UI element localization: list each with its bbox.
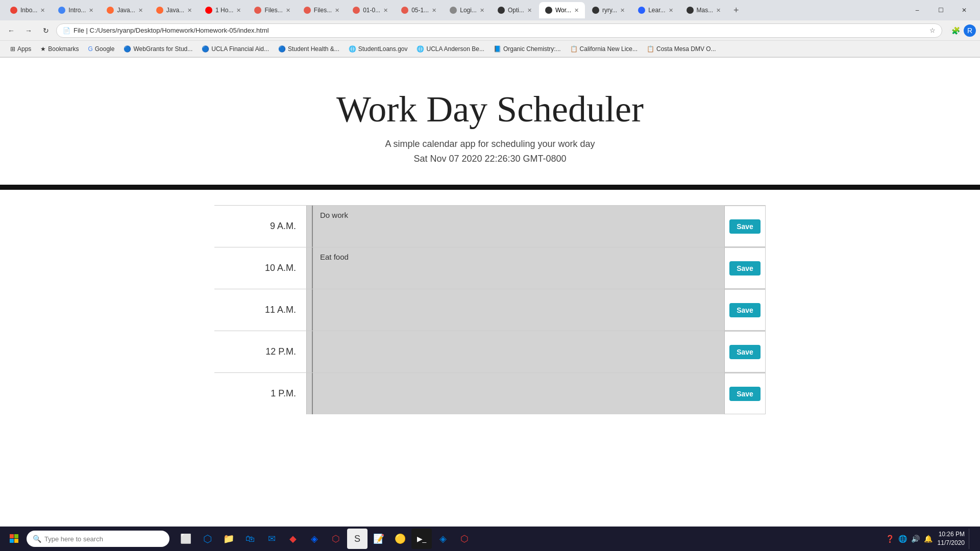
chrome-taskbar-icon[interactable]: 🟡 (390, 529, 410, 549)
tab-05[interactable]: 05-1... ✕ (395, 2, 443, 18)
bookmark-organic-chem[interactable]: 📘 Organic Chemistry:... (489, 44, 565, 54)
bookmark-webgrants[interactable]: 🔵 WebGrants for Stud... (119, 44, 197, 54)
bookmark-ucla-anderson[interactable]: 🌐 UCLA Anderson Be... (412, 44, 488, 54)
tab-close-ryry[interactable]: ✕ (620, 7, 625, 14)
tab-mas[interactable]: Mas... ✕ (680, 2, 727, 18)
close-button[interactable]: ✕ (952, 2, 976, 18)
dropbox-icon[interactable]: ◈ (304, 529, 325, 549)
bookmark-studentloans[interactable]: 🌐 StudentLoans.gov (345, 44, 412, 54)
tab-java1[interactable]: Java... ✕ (101, 2, 149, 18)
hour-input-1pm[interactable] (312, 373, 724, 414)
new-tab-button[interactable]: + (728, 2, 744, 18)
edge-taskbar-icon[interactable]: ⬡ (197, 529, 217, 549)
clock-time: 10:26 PM (938, 530, 965, 539)
hour-input-9am[interactable]: Do work (312, 206, 724, 247)
tab-intro[interactable]: Intro... ✕ (52, 2, 100, 18)
tab-files1[interactable]: Files... ✕ (248, 2, 296, 18)
tab-close-opti[interactable]: ✕ (527, 7, 532, 14)
refresh-button[interactable]: ↻ (39, 23, 53, 38)
tab-youtube[interactable]: 1 Ho... ✕ (199, 2, 247, 18)
office-icon[interactable]: ⬡ (326, 529, 346, 549)
taskbar: 🔍 ⬜ ⬡ 📁 🛍 ✉ ◆ ◈ ⬡ S 📝 🟡 ▶_ ◈ ⬡ ❓ 🌐 🔊 🔔 1… (0, 527, 980, 551)
mail-icon[interactable]: ✉ (261, 529, 282, 549)
tab-ryry[interactable]: ryry... ✕ (586, 2, 631, 18)
svg-rect-1 (14, 534, 18, 538)
page-title: Work Day Scheduler (10, 88, 970, 131)
tab-close-01[interactable]: ✕ (383, 7, 388, 14)
save-button-10am[interactable]: Save (729, 261, 761, 276)
tab-work[interactable]: Wor... ✕ (539, 2, 585, 18)
bookmark-apps[interactable]: ⊞ Apps (6, 44, 35, 54)
tab-close-java2[interactable]: ✕ (187, 7, 192, 14)
hour-input-11am[interactable] (312, 289, 724, 331)
save-button-1pm[interactable]: Save (729, 387, 761, 401)
time-label-9am: 9 A.M. (214, 206, 306, 247)
tab-opti[interactable]: Opti... ✕ (492, 2, 538, 18)
terminal-icon[interactable]: ▶_ (411, 529, 432, 549)
tab-close-05[interactable]: ✕ (432, 7, 436, 14)
start-button[interactable] (4, 529, 24, 549)
file-explorer-icon[interactable]: 📁 (218, 529, 239, 549)
tab-close-logi[interactable]: ✕ (480, 7, 484, 14)
network-icon[interactable]: 🌐 (897, 534, 908, 544)
tab-java2[interactable]: Java... ✕ (150, 2, 198, 18)
visual-studio-icon[interactable]: ◈ (433, 529, 453, 549)
tab-close-intro[interactable]: ✕ (89, 7, 93, 14)
tab-close-java1[interactable]: ✕ (138, 7, 143, 14)
minimize-button[interactable]: – (905, 2, 929, 18)
tab-bar: Inbo... ✕ Intro... ✕ Java... ✕ Java... ✕… (0, 0, 980, 20)
profile-icon[interactable]: R (964, 24, 976, 37)
address-bar[interactable]: 📄 File | C:/Users/ryanp/Desktop/Homework… (56, 23, 942, 38)
tab-icon-opti (498, 7, 505, 14)
save-button-11am[interactable]: Save (729, 303, 761, 317)
time-label-11am: 11 A.M. (214, 289, 306, 331)
tab-icon-work (545, 7, 552, 14)
bookmark-google[interactable]: G Google (84, 44, 118, 54)
sticky-notes-icon[interactable]: 📝 (369, 529, 389, 549)
maximize-button[interactable]: ☐ (929, 2, 952, 18)
notification-icon[interactable]: 🔔 (923, 534, 934, 544)
tab-logi[interactable]: Logi... ✕ (444, 2, 491, 18)
store-icon[interactable]: 🛍 (240, 529, 260, 549)
extensions-icon[interactable]: 🧩 (949, 24, 962, 37)
tab-close-files1[interactable]: ✕ (286, 7, 290, 14)
scrivener-icon[interactable]: S (347, 529, 368, 549)
bookmark-dmv[interactable]: 📋 Costa Mesa DMV O... (643, 44, 720, 54)
red-app-icon[interactable]: ⬡ (454, 529, 475, 549)
time-row-12pm: 12 P.M. Save (214, 331, 766, 372)
time-row-10am: 10 A.M. Eat food Save (214, 247, 766, 289)
taskbar-search[interactable]: 🔍 (27, 531, 169, 547)
bookmark-ca-license[interactable]: 📋 California New Lice... (566, 44, 642, 54)
bookmark-student-health[interactable]: 🔵 Student Health &... (274, 44, 344, 54)
task-view-button[interactable]: ⬜ (176, 529, 196, 549)
tab-01[interactable]: 01-0... ✕ (347, 2, 394, 18)
save-button-9am[interactable]: Save (729, 219, 761, 234)
tab-close-learn[interactable]: ✕ (669, 7, 673, 14)
hour-input-12pm[interactable] (312, 331, 724, 372)
tab-close-files2[interactable]: ✕ (335, 7, 339, 14)
star-icon[interactable]: ☆ (929, 27, 936, 34)
question-icon[interactable]: ❓ (885, 534, 895, 544)
show-desktop-button[interactable] (969, 529, 972, 549)
tab-files2[interactable]: Files... ✕ (298, 2, 346, 18)
bookmark-bookmarks[interactable]: ★ Bookmarks (36, 44, 83, 54)
search-input[interactable] (44, 535, 152, 543)
save-button-12pm[interactable]: Save (729, 345, 761, 359)
tab-icon-01 (353, 7, 360, 14)
tab-gmail[interactable]: Inbo... ✕ (4, 2, 51, 18)
tab-learn[interactable]: Lear... ✕ (632, 2, 679, 18)
tab-close-gmail[interactable]: ✕ (40, 7, 45, 14)
forward-button[interactable]: → (21, 23, 36, 38)
system-clock[interactable]: 10:26 PM 11/7/2020 (938, 530, 965, 547)
red-icon[interactable]: ◆ (283, 529, 303, 549)
volume-icon[interactable]: 🔊 (910, 534, 921, 544)
tab-close-work[interactable]: ✕ (574, 7, 579, 14)
google-icon: G (88, 45, 92, 53)
hour-input-10am[interactable]: Eat food (312, 247, 724, 289)
bookmark-ucla-aid[interactable]: 🔵 UCLA Financial Aid... (198, 44, 273, 54)
webgrants-icon: 🔵 (124, 45, 131, 53)
back-button[interactable]: ← (4, 23, 18, 38)
tab-close-youtube[interactable]: ✕ (236, 7, 241, 14)
taskbar-icons: ⬜ ⬡ 📁 🛍 ✉ ◆ ◈ ⬡ S 📝 🟡 ▶_ ◈ ⬡ (176, 529, 475, 549)
tab-close-mas[interactable]: ✕ (716, 7, 721, 14)
